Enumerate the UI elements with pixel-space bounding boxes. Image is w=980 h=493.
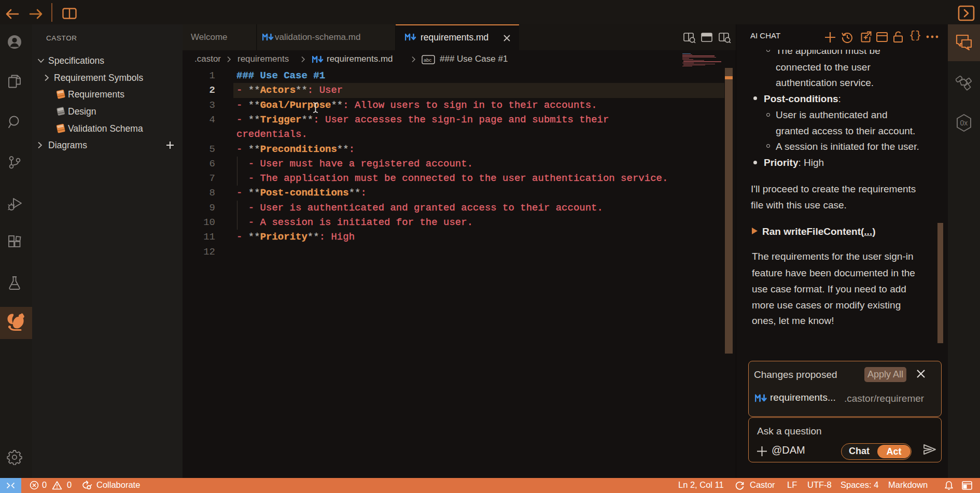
svg-text:0x: 0x: [960, 119, 968, 127]
svg-text:abc: abc: [424, 57, 432, 63]
